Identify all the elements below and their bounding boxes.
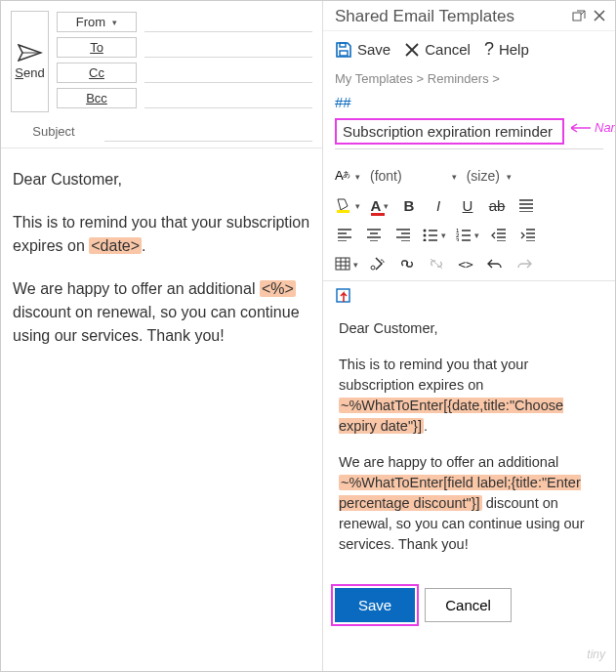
unlink-button[interactable] [427,253,446,274]
cc-input[interactable] [144,62,312,83]
chevron-down-icon: ▾ [474,231,479,240]
svg-rect-2 [340,43,346,47]
align-right-button[interactable] [393,224,413,245]
save-button[interactable]: Save [335,588,415,622]
footer: Save Cancel [323,580,615,636]
cc-label: Cc [89,65,104,80]
tp2a: This is to remind you that your subscrip… [339,357,528,393]
save-icon [335,41,352,59]
chevron-down-icon: ▾ [384,201,389,211]
table-button[interactable]: ▾ [335,253,358,274]
toolbar-cancel[interactable]: Cancel [404,41,471,58]
chevron-down-icon: ▾ [507,172,512,182]
bcc-label: Bcc [86,91,107,105]
bcc-input[interactable] [144,87,312,108]
indent-button[interactable] [518,224,538,245]
body-p1: Dear Customer, [13,171,122,188]
font-name-dropdown[interactable]: (font) ▾ [370,168,457,184]
subject-label: Subject [11,124,97,139]
close-icon[interactable] [594,9,605,24]
image-button[interactable] [368,253,388,274]
font-color-button[interactable]: A ▾ [370,194,390,216]
chevron-down-icon: ▾ [452,172,457,182]
align-justify-button[interactable] [516,194,536,216]
svg-rect-1 [573,13,581,21]
undo-button[interactable] [485,253,505,274]
pane-toolbar: Save Cancel ? Help [323,31,615,67]
compose-body[interactable]: Dear Customer, This is to remind you tha… [1,148,322,387]
svg-point-14 [371,266,375,270]
cancel-button[interactable]: Cancel [425,588,512,622]
from-input[interactable] [144,11,312,32]
chevron-down-icon: ▾ [441,231,446,240]
toolbar-save[interactable]: Save [335,41,390,59]
address-fields: From ▾ To Cc [57,11,312,112]
highlight-button[interactable]: ▾ [335,194,360,216]
watermark: tiny [587,648,605,661]
from-label: From [76,15,105,29]
bold-button[interactable]: B [399,194,419,216]
editor-toolbar: Aあ ▾ (font) ▾ (size) ▾ ▾ A [323,155,615,281]
body-p2b: . [142,237,145,254]
cc-button[interactable]: Cc [57,63,137,83]
numbered-list-button[interactable]: 123 ▾ [456,224,479,245]
send-button[interactable]: Send [11,11,49,112]
svg-text:あ: あ [343,170,350,179]
from-button[interactable]: From ▾ [57,12,137,32]
to-input[interactable] [144,36,312,58]
tp3a: We are happy to offer an additional [339,454,558,470]
template-paragraph: We are happy to offer an additional ~%Wh… [339,452,599,555]
body-paragraph: Dear Customer, [13,168,310,191]
to-button[interactable]: To [57,37,137,58]
align-center-button[interactable] [364,224,384,245]
underline-button[interactable]: U [458,194,477,216]
template-paragraph: Dear Customer, [339,318,599,339]
popout-icon[interactable] [572,9,586,24]
svg-point-7 [424,230,427,232]
template-paragraph: This is to remind you that your subscrip… [339,355,599,437]
breadcrumb[interactable]: My Templates > Reminders > [323,67,615,92]
template-name-input[interactable] [335,118,564,145]
svg-point-9 [424,239,427,242]
strike-button[interactable]: ab [487,194,507,216]
language-dropdown[interactable]: Aあ ▾ [335,165,360,187]
tp2-hl: ~%WhatToEnter[{date,title:"Choose expiry… [339,398,563,434]
font-size-label: (size) [467,168,500,184]
pane-titlebar: Shared Email Templates [323,1,615,31]
toolbar-help-label: Help [499,41,529,58]
template-body[interactable]: Dear Customer, This is to remind you tha… [323,305,615,580]
align-left-button[interactable] [335,224,354,245]
tp2b: . [424,418,428,434]
template-name-row: Name [323,116,615,148]
toolbar-save-label: Save [357,41,390,58]
body-paragraph: We are happy to offer an additional <%> … [13,277,310,348]
body-p3a: We are happy to offer an additional [13,280,260,297]
svg-point-8 [424,234,427,237]
bcc-button[interactable]: Bcc [57,88,137,108]
subject-input[interactable] [104,120,312,142]
svg-text:3: 3 [456,237,460,241]
chevron-down-icon: ▾ [112,18,117,27]
insert-bar [323,281,615,305]
italic-button[interactable]: I [429,194,448,216]
svg-rect-13 [336,258,349,270]
body-p3b: discount on renewal, so you can continue… [13,304,300,344]
body-p2-hl: <date> [89,237,142,254]
insert-macro-button[interactable] [335,287,603,305]
code-button[interactable]: <> [456,253,475,274]
font-size-dropdown[interactable]: (size) ▾ [467,168,512,184]
chevron-down-icon: ▾ [355,201,360,211]
name-callout: Name [571,120,616,135]
chevron-down-icon: ▾ [353,260,358,270]
templates-pane: Shared Email Templates Save Cancel ? Hel… [323,1,615,671]
compose-header: Send From ▾ To C [1,1,322,148]
toolbar-help[interactable]: ? Help [484,39,529,60]
cancel-icon [404,42,420,58]
link-button[interactable] [397,253,417,274]
redo-button[interactable] [514,253,534,274]
svg-rect-6 [337,210,349,213]
send-label: Send [15,65,44,80]
hash-marker: ## [323,92,615,116]
bullet-list-button[interactable]: ▾ [423,224,446,245]
outdent-button[interactable] [489,224,509,245]
